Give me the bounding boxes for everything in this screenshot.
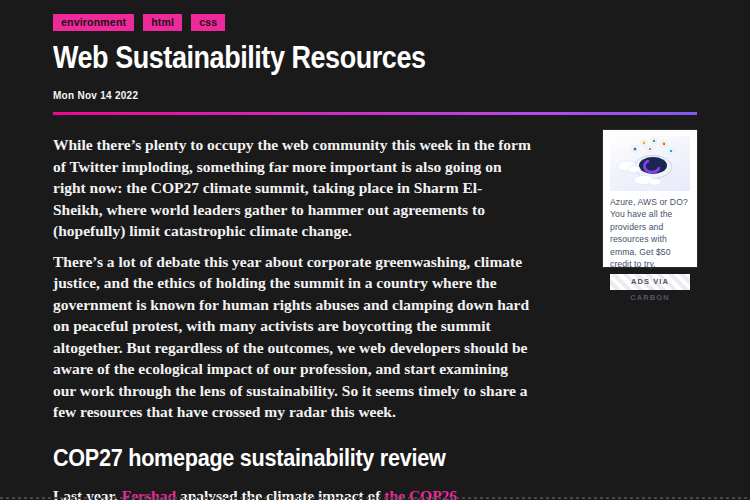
tag-list: environment html css [53,14,697,31]
tag-environment[interactable]: environment [53,14,134,31]
page-title: Web Sustainability Resources [53,40,613,76]
blog-post-page: environment html css Web Sustainability … [53,14,697,500]
paragraph-intro: While there’s plenty to occupy the web c… [53,134,531,242]
carbon-ad[interactable]: Azure, AWS or DO? You have all the provi… [603,130,697,267]
ad-text[interactable]: Azure, AWS or DO? You have all the provi… [610,196,690,270]
post-date: Mon Nov 14 2022 [53,89,665,101]
tag-css[interactable]: css [191,14,225,31]
dotted-divider [0,497,750,499]
paragraph-debate: There’s a lot of debate this year about … [53,251,531,423]
ads-via-carbon-label[interactable]: ADS VIA CARBON [610,274,690,290]
gradient-divider [53,112,697,115]
ad-illustration[interactable] [610,136,690,191]
article-body: While there’s plenty to occupy the web c… [53,134,531,500]
disc [634,156,672,179]
cloud-providers-illustration [610,136,690,191]
tag-html[interactable]: html [143,14,182,31]
provider-icons [632,138,674,154]
section-heading-cop27-review: COP27 homepage sustainability review [53,444,483,472]
